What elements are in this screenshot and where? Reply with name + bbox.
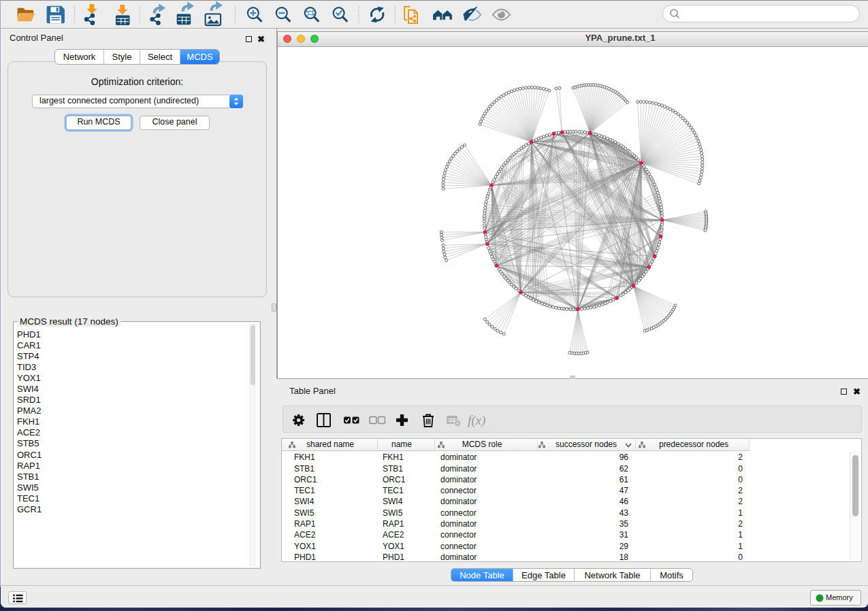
- svg-text:f(x): f(x): [468, 413, 485, 428]
